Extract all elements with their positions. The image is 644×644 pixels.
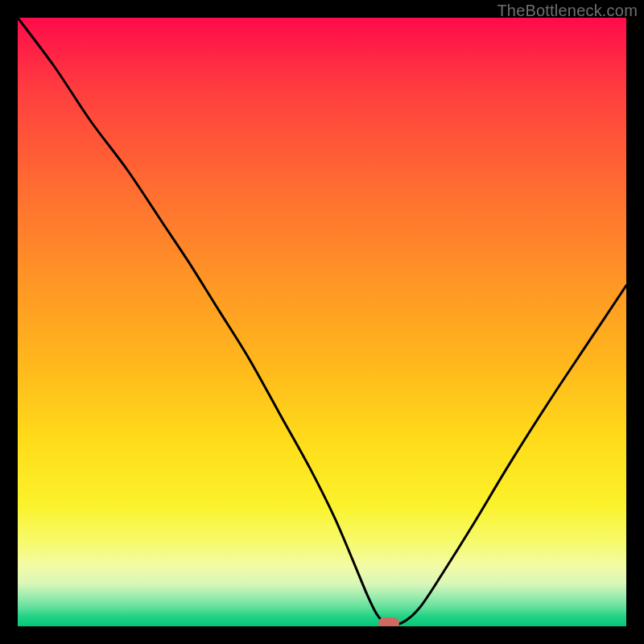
watermark-text: TheBottleneck.com [497, 2, 638, 20]
plot-area [18, 18, 626, 626]
minimum-marker [378, 617, 399, 626]
bottleneck-curve [18, 18, 626, 625]
chart-frame: TheBottleneck.com [0, 0, 644, 644]
curve-svg [18, 18, 626, 626]
